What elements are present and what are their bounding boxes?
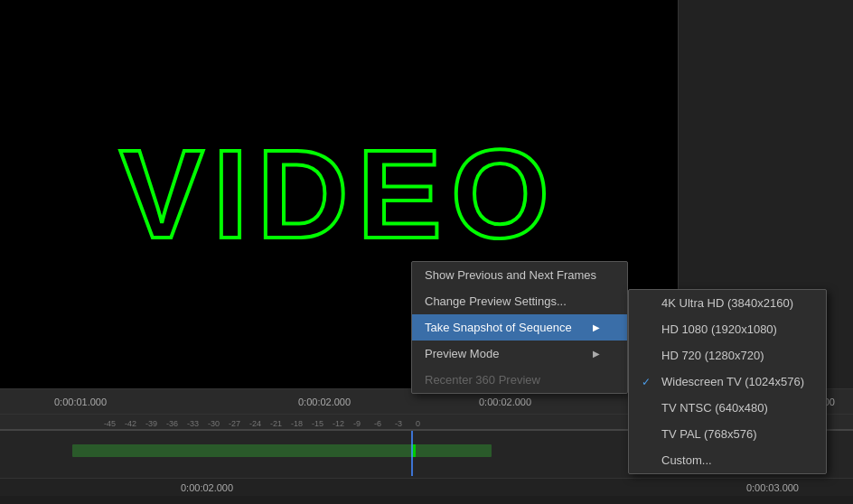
bottom-time-left: 0:00:02.000: [181, 482, 233, 493]
menu-item-show-frames[interactable]: Show Previous and Next Frames: [412, 262, 627, 288]
video-title-text: VIDEO: [119, 121, 558, 267]
submenu-item-hd1080[interactable]: HD 1080 (1920x1080): [629, 316, 826, 342]
check-icon-widescreen: ✓: [642, 376, 656, 388]
check-icon-ntsc: [642, 402, 656, 415]
submenu-item-4k[interactable]: 4K Ultra HD (3840x2160): [629, 290, 826, 316]
submenu-item-ntsc[interactable]: TV NTSC (640x480): [629, 395, 826, 421]
menu-item-snapshot[interactable]: Take Snapshot of Sequence ▶: [412, 314, 627, 341]
check-icon-hd720: [642, 350, 656, 362]
submenu-arrow-icon-2: ▶: [593, 349, 600, 359]
check-icon-hd1080: [642, 323, 656, 336]
menu-item-change-preview[interactable]: Change Preview Settings...: [412, 288, 627, 314]
menu-item-recenter: Recenter 360 Preview: [412, 367, 627, 393]
submenu-arrow-icon: ▶: [593, 322, 600, 332]
submenu-item-hd720[interactable]: HD 720 (1280x720): [629, 342, 826, 369]
timeline-time-1: 0:00:01.000: [54, 397, 107, 407]
timeline-bottom: 0:00:02.000 0:00:03.000: [0, 478, 853, 496]
bottom-time-right: 0:00:03.000: [746, 482, 799, 493]
check-icon-pal: [642, 428, 656, 441]
check-icon-custom: [642, 454, 656, 467]
check-icon-4k: [642, 297, 656, 310]
submenu-item-widescreen[interactable]: ✓ Widescreen TV (1024x576): [629, 369, 826, 395]
submenu-item-pal[interactable]: TV PAL (768x576): [629, 421, 826, 447]
menu-item-preview-mode[interactable]: Preview Mode ▶: [412, 341, 627, 367]
timeline-time-3: 0:00:02.000: [479, 397, 531, 407]
timeline-time-2: 0:00:02.000: [298, 397, 351, 407]
submenu-item-custom[interactable]: Custom...: [629, 447, 826, 473]
snapshot-submenu[interactable]: 4K Ultra HD (3840x2160) HD 1080 (1920x10…: [628, 289, 827, 474]
context-menu[interactable]: Show Previous and Next Frames Change Pre…: [411, 261, 628, 394]
